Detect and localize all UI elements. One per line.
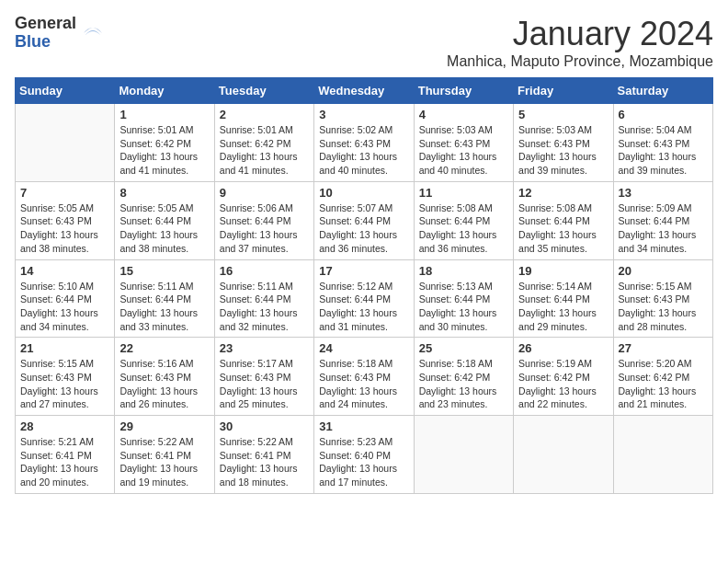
daylight-label: Daylight: 13 hoursand 36 minutes.	[319, 229, 397, 254]
calendar-week-row: 21 Sunrise: 5:15 AM Sunset: 6:43 PM Dayl…	[16, 338, 713, 416]
calendar-week-row: 14 Sunrise: 5:10 AM Sunset: 6:44 PM Dayl…	[16, 259, 713, 338]
calendar-cell: 25 Sunrise: 5:18 AM Sunset: 6:42 PM Dayl…	[414, 338, 513, 416]
calendar-cell: 12 Sunrise: 5:08 AM Sunset: 6:44 PM Dayl…	[514, 181, 613, 259]
daylight-label: Daylight: 13 hoursand 41 minutes.	[220, 151, 298, 176]
day-info: Sunrise: 5:06 AM Sunset: 6:44 PM Dayligh…	[220, 201, 309, 256]
day-number: 29	[119, 419, 209, 433]
sunset-label: Sunset: 6:44 PM	[518, 215, 590, 226]
sunset-label: Sunset: 6:44 PM	[518, 293, 590, 304]
daylight-label: Daylight: 13 hoursand 18 minutes.	[220, 463, 298, 488]
sunset-label: Sunset: 6:41 PM	[20, 450, 92, 461]
logo-general: General	[15, 15, 76, 33]
sunset-label: Sunset: 6:44 PM	[419, 293, 491, 304]
calendar-cell: 20 Sunrise: 5:15 AM Sunset: 6:43 PM Dayl…	[613, 259, 712, 338]
sunrise-label: Sunrise: 5:22 AM	[220, 436, 293, 447]
day-number: 11	[419, 186, 508, 200]
day-number: 14	[20, 264, 109, 278]
day-info: Sunrise: 5:05 AM Sunset: 6:44 PM Dayligh…	[119, 201, 209, 256]
sunset-label: Sunset: 6:42 PM	[419, 372, 491, 383]
day-number: 8	[119, 186, 209, 200]
month-title: January 2024	[447, 15, 713, 53]
calendar-week-row: 1 Sunrise: 5:01 AM Sunset: 6:42 PM Dayli…	[16, 104, 713, 182]
daylight-label: Daylight: 13 hoursand 41 minutes.	[119, 151, 198, 176]
calendar-cell: 27 Sunrise: 5:20 AM Sunset: 6:42 PM Dayl…	[613, 338, 712, 416]
weekday-header-row: SundayMondayTuesdayWednesdayThursdayFrid…	[16, 78, 713, 104]
day-number: 24	[319, 341, 408, 355]
sunrise-label: Sunrise: 5:15 AM	[20, 358, 94, 369]
sunrise-label: Sunrise: 5:11 AM	[119, 281, 193, 292]
calendar-cell: 5 Sunrise: 5:03 AM Sunset: 6:43 PM Dayli…	[514, 104, 613, 182]
sunrise-label: Sunrise: 5:22 AM	[119, 436, 193, 447]
daylight-label: Daylight: 13 hoursand 40 minutes.	[319, 151, 397, 176]
calendar-cell: 2 Sunrise: 5:01 AM Sunset: 6:42 PM Dayli…	[214, 104, 313, 182]
day-number: 20	[619, 264, 708, 278]
day-info: Sunrise: 5:03 AM Sunset: 6:43 PM Dayligh…	[419, 123, 508, 178]
calendar-week-row: 7 Sunrise: 5:05 AM Sunset: 6:43 PM Dayli…	[16, 181, 713, 259]
weekday-header-saturday: Saturday	[613, 78, 712, 104]
sunset-label: Sunset: 6:44 PM	[220, 215, 291, 226]
sunset-label: Sunset: 6:42 PM	[220, 138, 291, 149]
day-info: Sunrise: 5:19 AM Sunset: 6:42 PM Dayligh…	[518, 357, 608, 411]
sunrise-label: Sunrise: 5:11 AM	[220, 281, 293, 292]
day-number: 27	[619, 341, 708, 355]
sunset-label: Sunset: 6:43 PM	[619, 293, 690, 304]
calendar-cell: 16 Sunrise: 5:11 AM Sunset: 6:44 PM Dayl…	[214, 259, 313, 338]
day-info: Sunrise: 5:18 AM Sunset: 6:42 PM Dayligh…	[419, 357, 508, 411]
weekday-header-thursday: Thursday	[414, 78, 513, 104]
logo-icon	[80, 20, 106, 46]
day-info: Sunrise: 5:04 AM Sunset: 6:43 PM Dayligh…	[619, 123, 708, 178]
calendar-cell: 13 Sunrise: 5:09 AM Sunset: 6:44 PM Dayl…	[613, 181, 712, 259]
daylight-label: Daylight: 13 hoursand 32 minutes.	[220, 307, 298, 332]
calendar-cell: 29 Sunrise: 5:22 AM Sunset: 6:41 PM Dayl…	[115, 416, 214, 494]
sunrise-label: Sunrise: 5:16 AM	[119, 358, 193, 369]
daylight-label: Daylight: 13 hoursand 39 minutes.	[619, 151, 697, 176]
day-number: 30	[220, 419, 309, 433]
daylight-label: Daylight: 13 hoursand 30 minutes.	[419, 307, 497, 332]
day-info: Sunrise: 5:17 AM Sunset: 6:43 PM Dayligh…	[220, 357, 309, 411]
sunrise-label: Sunrise: 5:01 AM	[119, 124, 193, 135]
day-info: Sunrise: 5:15 AM Sunset: 6:43 PM Dayligh…	[20, 357, 109, 411]
day-number: 28	[20, 419, 109, 433]
daylight-label: Daylight: 13 hoursand 37 minutes.	[220, 229, 298, 254]
sunset-label: Sunset: 6:43 PM	[619, 138, 690, 149]
daylight-label: Daylight: 13 hoursand 20 minutes.	[20, 463, 98, 488]
calendar-cell: 26 Sunrise: 5:19 AM Sunset: 6:42 PM Dayl…	[514, 338, 613, 416]
day-number: 18	[419, 264, 508, 278]
day-info: Sunrise: 5:20 AM Sunset: 6:42 PM Dayligh…	[619, 357, 708, 411]
sunrise-label: Sunrise: 5:05 AM	[20, 202, 94, 213]
daylight-label: Daylight: 13 hoursand 33 minutes.	[119, 307, 198, 332]
calendar-cell: 8 Sunrise: 5:05 AM Sunset: 6:44 PM Dayli…	[115, 181, 214, 259]
sunset-label: Sunset: 6:43 PM	[518, 138, 590, 149]
sunset-label: Sunset: 6:44 PM	[319, 215, 391, 226]
sunrise-label: Sunrise: 5:12 AM	[319, 281, 392, 292]
sunset-label: Sunset: 6:43 PM	[20, 215, 92, 226]
day-number: 22	[119, 341, 209, 355]
day-info: Sunrise: 5:01 AM Sunset: 6:42 PM Dayligh…	[119, 123, 209, 178]
logo-blue: Blue	[15, 33, 76, 52]
day-number: 21	[20, 341, 109, 355]
weekday-header-monday: Monday	[115, 78, 214, 104]
day-info: Sunrise: 5:12 AM Sunset: 6:44 PM Dayligh…	[319, 280, 408, 334]
daylight-label: Daylight: 13 hoursand 34 minutes.	[20, 307, 98, 332]
sunrise-label: Sunrise: 5:18 AM	[419, 358, 493, 369]
sunrise-label: Sunrise: 5:07 AM	[319, 202, 392, 213]
calendar-cell: 28 Sunrise: 5:21 AM Sunset: 6:41 PM Dayl…	[16, 416, 115, 494]
sunrise-label: Sunrise: 5:23 AM	[319, 436, 392, 447]
day-info: Sunrise: 5:21 AM Sunset: 6:41 PM Dayligh…	[20, 435, 109, 489]
sunrise-label: Sunrise: 5:15 AM	[619, 281, 692, 292]
sunrise-label: Sunrise: 5:03 AM	[518, 124, 592, 135]
day-number: 13	[619, 186, 708, 200]
sunset-label: Sunset: 6:44 PM	[419, 215, 491, 226]
day-info: Sunrise: 5:23 AM Sunset: 6:40 PM Dayligh…	[319, 435, 408, 489]
logo: General Blue	[15, 15, 106, 52]
day-number: 1	[119, 108, 209, 121]
sunset-label: Sunset: 6:43 PM	[319, 138, 391, 149]
sunset-label: Sunset: 6:43 PM	[220, 372, 291, 383]
sunrise-label: Sunrise: 5:02 AM	[319, 124, 392, 135]
sunrise-label: Sunrise: 5:04 AM	[619, 124, 692, 135]
day-number: 10	[319, 186, 408, 200]
sunrise-label: Sunrise: 5:08 AM	[518, 202, 592, 213]
day-info: Sunrise: 5:22 AM Sunset: 6:41 PM Dayligh…	[119, 435, 209, 489]
day-number: 23	[220, 341, 309, 355]
calendar-cell: 7 Sunrise: 5:05 AM Sunset: 6:43 PM Dayli…	[16, 181, 115, 259]
